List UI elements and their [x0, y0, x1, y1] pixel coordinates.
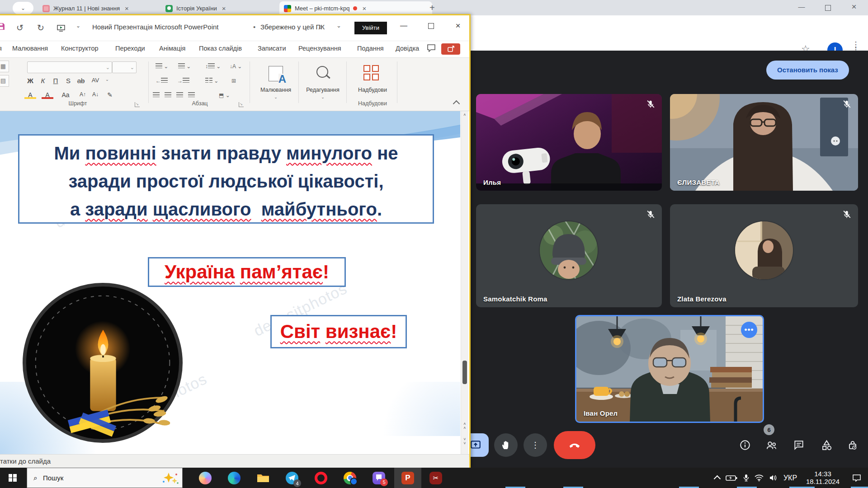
world-recognizes-textbox[interactable]: Світ визнає! [270, 315, 407, 348]
notes-button[interactable]: татки до слайда [0, 457, 51, 465]
drawing-button[interactable]: А Малювання ⌄ [255, 61, 297, 100]
align-text-button[interactable]: ⊞ [231, 78, 236, 84]
close-tab-icon[interactable]: × [221, 5, 227, 12]
taskbar-powerpoint-icon[interactable]: P [394, 468, 421, 488]
align-right-button[interactable] [176, 92, 183, 99]
ribbon-tab-transitions[interactable]: Переходи [115, 45, 145, 52]
browser-tab-journal[interactable]: Журнал 11 | Нові знання × [38, 1, 165, 15]
wifi-icon[interactable] [752, 468, 766, 488]
volume-icon[interactable] [767, 468, 779, 488]
taskbar-opera-icon[interactable] [310, 468, 332, 488]
change-case-button[interactable]: Aa [60, 91, 71, 99]
activities-button[interactable] [817, 436, 835, 454]
tile-options-button[interactable]: ••• [741, 322, 757, 338]
paragraph-dialog-launcher[interactable]: ↘ [239, 102, 244, 107]
microphone-icon[interactable] [741, 468, 751, 488]
taskbar-viber-icon[interactable]: 5 [368, 468, 390, 488]
undo-icon[interactable]: ↺ [16, 23, 24, 33]
tray-expand-button[interactable] [712, 468, 722, 488]
addins-button[interactable]: Надбудови [352, 61, 393, 100]
save-status[interactable]: Збережено у цей ПК [260, 23, 325, 31]
close-tab-icon[interactable]: × [361, 5, 368, 12]
video-tile-zlata[interactable]: Zlata Berezova [670, 204, 858, 307]
collapse-ribbon-icon[interactable] [453, 100, 460, 108]
video-tile-yelyzaveta[interactable]: ЄЛИЗАВЕТА [670, 94, 858, 191]
scroll-up-icon[interactable]: ˄ [462, 113, 467, 117]
slide-canvas[interactable]: depositphotos depositphotos depositphoto… [0, 111, 469, 454]
more-options-button[interactable]: ⋮ [524, 433, 547, 457]
save-icon[interactable] [0, 23, 5, 33]
start-slideshow-icon[interactable] [57, 24, 65, 34]
font-name-select[interactable]: ⌄ [27, 61, 112, 73]
window-close-button[interactable]: × [847, 2, 861, 12]
grow-font-button[interactable]: А↑ [77, 91, 89, 98]
window-restore-button[interactable] [821, 4, 835, 11]
bold-button[interactable]: Ж [24, 77, 36, 84]
previous-slide-button[interactable]: ˄˄ [462, 422, 467, 430]
clipboard-cut-icon[interactable]: ▦ [0, 61, 9, 72]
video-tile-ilya[interactable]: Илья [476, 94, 662, 191]
text-direction-button[interactable]: ↓А ⌄ [230, 63, 242, 70]
taskbar-telegram-icon[interactable]: 4 [281, 468, 303, 488]
ribbon-tab-slideshow[interactable]: Показ слайдів [199, 45, 242, 52]
align-left-button[interactable] [153, 92, 160, 99]
window-minimize-button[interactable]: — [795, 3, 808, 10]
columns-button[interactable]: ⌄ [205, 78, 218, 84]
ribbon-tab-design[interactable]: Конструктор [61, 45, 99, 52]
sign-in-button[interactable]: Увійти [354, 22, 387, 34]
notification-center-button[interactable] [849, 468, 864, 488]
highlight-color-button[interactable]: А [24, 91, 36, 99]
video-tile-roma[interactable]: Samokatchik Roma [476, 204, 662, 307]
font-dialog-launcher[interactable]: ↘ [135, 102, 140, 107]
taskbar-chrome-icon[interactable] [339, 468, 361, 488]
slide-quote-textbox[interactable]: Ми повинні знати правду минулого не зара… [18, 134, 434, 224]
ppt-close-button[interactable]: × [450, 21, 466, 31]
taskbar-explorer-icon[interactable] [252, 468, 274, 488]
raise-hand-button[interactable] [494, 433, 518, 457]
chevron-down-icon[interactable]: ⌄ [101, 77, 113, 82]
browser-tab-meet[interactable]: Meet – pki-mtcm-kpq × [279, 1, 432, 15]
clipboard-cut-icon[interactable]: ▤ [0, 75, 9, 87]
ribbon-tab-view[interactable]: Подання [357, 45, 384, 52]
shrink-font-button[interactable]: А↓ [90, 91, 101, 98]
start-button[interactable] [0, 468, 25, 488]
customize-qat-chevron-icon[interactable]: ⌄ [76, 23, 80, 29]
editing-button[interactable]: Редагування ⌄ [302, 61, 344, 100]
host-controls-button[interactable] [844, 436, 862, 454]
character-spacing-button[interactable]: AV [90, 77, 101, 84]
end-call-button[interactable] [554, 431, 595, 459]
new-tab-button[interactable]: + [429, 2, 435, 13]
font-size-select[interactable]: ⌄ [112, 61, 137, 73]
ppt-minimize-button[interactable]: — [396, 22, 411, 30]
share-button[interactable] [441, 43, 460, 55]
text-shadow-button[interactable]: S [62, 77, 74, 84]
taskbar-search-input[interactable]: ⌕ Пошук [27, 468, 183, 488]
browser-tab-history[interactable]: Історія України × [161, 1, 283, 15]
next-slide-button[interactable]: ˅˅ [462, 437, 467, 446]
memorial-candle-image[interactable] [22, 282, 183, 443]
video-tile-ivan[interactable]: ••• Іван Орел [575, 315, 764, 423]
stop-presenting-button[interactable]: Остановить показ [766, 61, 849, 80]
ribbon-tab-record[interactable]: Записати [258, 45, 286, 52]
close-tab-icon[interactable]: × [123, 5, 130, 12]
comments-icon[interactable] [427, 44, 436, 53]
tab-search-button[interactable]: ⌄ [13, 2, 33, 14]
ribbon-tab-review[interactable]: Рецензування [298, 45, 341, 52]
scrollbar-thumb[interactable] [462, 361, 467, 384]
align-center-button[interactable] [165, 92, 171, 99]
clear-format-button[interactable]: ✎ [104, 91, 116, 99]
line-spacing-button[interactable]: ↕ ⌄ [205, 63, 221, 70]
decrease-indent-button[interactable]: ← [156, 78, 168, 84]
justify-button[interactable] [188, 92, 195, 99]
battery-icon[interactable] [723, 468, 740, 488]
ribbon-tab-draw[interactable]: Малювання [12, 45, 48, 52]
language-indicator[interactable]: УКР [780, 468, 800, 488]
slide-scrollbar[interactable]: ˄ ˄˄ ˅˅ [461, 111, 468, 454]
underline-button[interactable]: П [50, 77, 61, 84]
tab-cut-letter[interactable]: я [0, 45, 2, 52]
tray-clock[interactable]: 14:33 18.11.2024 [799, 470, 846, 485]
taskbar-snipping-icon[interactable]: ✂ [425, 468, 447, 488]
font-color-button[interactable]: А [42, 91, 53, 99]
redo-icon[interactable]: ↻ [37, 23, 44, 33]
taskbar-copilot-icon[interactable] [194, 468, 216, 488]
